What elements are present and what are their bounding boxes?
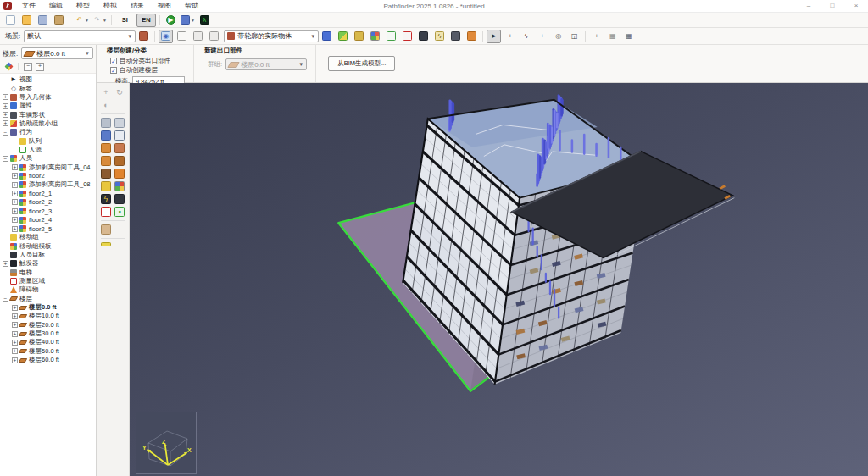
tree-item[interactable]: +队列 (0, 136, 96, 145)
tree-item[interactable]: +属性 (0, 102, 96, 110)
add-occupant-tool-icon[interactable] (101, 181, 111, 191)
measurement-region-tool-icon[interactable] (101, 207, 111, 217)
show-measurement-regions-icon[interactable] (400, 30, 415, 43)
occupant-target-tool-icon[interactable] (114, 194, 125, 204)
tree-item[interactable]: +floor2_1 (0, 189, 96, 197)
expand-icon[interactable]: + (12, 164, 18, 170)
checkbox-checked-icon[interactable]: ✓ (110, 58, 117, 64)
expand-icon[interactable]: + (12, 322, 18, 328)
fast-move-tool-icon[interactable]: ϟ (519, 30, 533, 43)
roam-camera-icon[interactable]: ◐ (101, 100, 111, 110)
expand-icon[interactable]: + (12, 208, 18, 214)
menu-模型[interactable]: 模型 (70, 0, 97, 12)
show-occupants-icon[interactable] (352, 30, 366, 43)
edit-scenes-icon[interactable] (136, 30, 151, 43)
stairs-tool-icon[interactable] (101, 130, 111, 141)
expand-icon[interactable]: + (3, 112, 8, 118)
tree-item[interactable]: +人员目标 (0, 251, 96, 259)
obstruction-tool-icon[interactable] (101, 169, 111, 179)
menu-视图[interactable]: 视图 (151, 0, 178, 12)
new-file-icon[interactable] (3, 14, 18, 27)
collapse-icon[interactable]: − (3, 130, 8, 136)
collapse-all-icon[interactable]: − (23, 62, 33, 72)
zoom-region-tool-icon[interactable]: ◱ (567, 30, 581, 43)
viewport-3d[interactable]: YZX (130, 83, 868, 476)
expand-icon[interactable]: + (3, 103, 8, 109)
room-polygon-tool-icon[interactable] (101, 118, 111, 128)
menu-编辑[interactable]: 编辑 (42, 0, 70, 12)
expand-icon[interactable]: + (12, 331, 18, 337)
door-tool-icon[interactable] (114, 130, 125, 141)
pathfinder-results-icon[interactable]: λ (198, 14, 212, 27)
tree-item[interactable]: +添加剥离房间工具_08 (0, 180, 96, 189)
tree-item[interactable]: +移动组 (0, 233, 96, 241)
results-chart-icon[interactable]: ▼ (180, 14, 196, 27)
tree-item[interactable]: +楼层10.0 ft (0, 312, 96, 320)
wall-tool-icon[interactable] (101, 242, 111, 246)
move-all-tool-icon[interactable]: + (535, 30, 549, 43)
show-rooms-outline-icon[interactable] (384, 30, 398, 43)
tree-item[interactable]: +楼层30.0 ft (0, 329, 96, 338)
menu-结果[interactable]: 结果 (124, 0, 151, 12)
room-rectangle-tool-icon[interactable] (114, 118, 125, 128)
tree-item[interactable]: +◇标签 (0, 84, 96, 92)
tree-item[interactable]: +楼层50.0 ft (0, 347, 96, 356)
floor-select[interactable]: 楼层0.0 ft ▼ (21, 47, 93, 59)
exit-door-tool-icon[interactable]: ▪ (114, 207, 125, 217)
undo-icon[interactable]: ↶▼ (74, 14, 90, 27)
tree-item[interactable]: +添加剥离房间工具_04 (0, 163, 96, 171)
menu-模拟[interactable]: 模拟 (97, 0, 124, 12)
tree-item[interactable]: +触发器 (0, 259, 96, 268)
scene-select[interactable]: 默认 ▼ (24, 30, 136, 42)
expand-icon[interactable]: + (12, 217, 18, 223)
display-mode-select[interactable]: 带轮廓的实际物体 ▼ (224, 30, 319, 42)
show-obstructions-icon[interactable] (465, 30, 479, 43)
tree-item[interactable]: +floor2 (0, 172, 96, 180)
tree-item[interactable]: −行为 (0, 128, 96, 136)
checkbox-checked-icon[interactable]: ✓ (110, 67, 117, 74)
en-units-button[interactable]: EN (136, 14, 156, 27)
show-triggers-icon[interactable]: ϟ (432, 30, 447, 43)
tree-item[interactable]: +►视图 (0, 75, 96, 84)
pan-camera-icon[interactable]: + (101, 87, 111, 97)
escalator2-tool-icon[interactable] (114, 143, 125, 153)
escalator-tool-icon[interactable] (101, 143, 111, 153)
collapse-icon[interactable]: − (3, 296, 8, 302)
show-doors-icon[interactable] (320, 30, 334, 43)
tree-item[interactable]: +floor2_2 (0, 198, 96, 207)
expand-icon[interactable]: + (12, 305, 18, 311)
show-targets-icon[interactable] (416, 30, 431, 43)
collapse-icon[interactable]: − (3, 156, 8, 162)
show-all-objects-icon[interactable]: ◉ (159, 30, 173, 43)
tree-item[interactable]: −人员 (0, 154, 96, 163)
run-simulation-icon[interactable]: ▶ (164, 14, 178, 27)
expand-icon[interactable]: + (3, 94, 8, 100)
tree-item[interactable]: −楼层 (0, 295, 96, 303)
tree-item[interactable]: +楼层0.0 ft (0, 303, 96, 312)
expand-icon[interactable]: + (12, 348, 18, 354)
tree-item[interactable]: +移动组模板 (0, 242, 96, 251)
tree-item[interactable]: +障碍物 (0, 285, 96, 294)
move-objects-tool-icon[interactable]: + (503, 30, 517, 43)
copy-view-3-icon[interactable] (207, 30, 221, 43)
move-polygon-tool-icon[interactable] (101, 224, 111, 235)
expand-icon[interactable]: + (12, 340, 18, 346)
tree-item[interactable]: +测量区域 (0, 277, 96, 285)
open-file-icon[interactable] (19, 14, 34, 27)
expand-icon[interactable]: + (3, 261, 8, 267)
expand-icon[interactable]: + (12, 357, 18, 363)
add-occupant-group-tool-icon[interactable] (114, 181, 125, 191)
minimize-button[interactable]: – (797, 0, 821, 12)
si-units-button[interactable]: SI (115, 14, 135, 27)
redo-icon[interactable]: ↷▼ (92, 14, 108, 27)
expand-icon[interactable]: + (12, 199, 18, 205)
menu-文件[interactable]: 文件 (15, 0, 42, 12)
ramp-tool-icon[interactable] (101, 156, 111, 166)
tree-item[interactable]: +楼层20.0 ft (0, 321, 96, 329)
tree-item[interactable]: +floor2_4 (0, 216, 96, 224)
copy-view-1-icon[interactable] (175, 30, 189, 43)
tree-item[interactable]: +协助疏散小组 (0, 119, 96, 128)
grid-icon[interactable]: ▦ (605, 30, 620, 43)
maximize-button[interactable]: □ (821, 0, 844, 12)
tree-item[interactable]: +导入几何体 (0, 93, 96, 102)
